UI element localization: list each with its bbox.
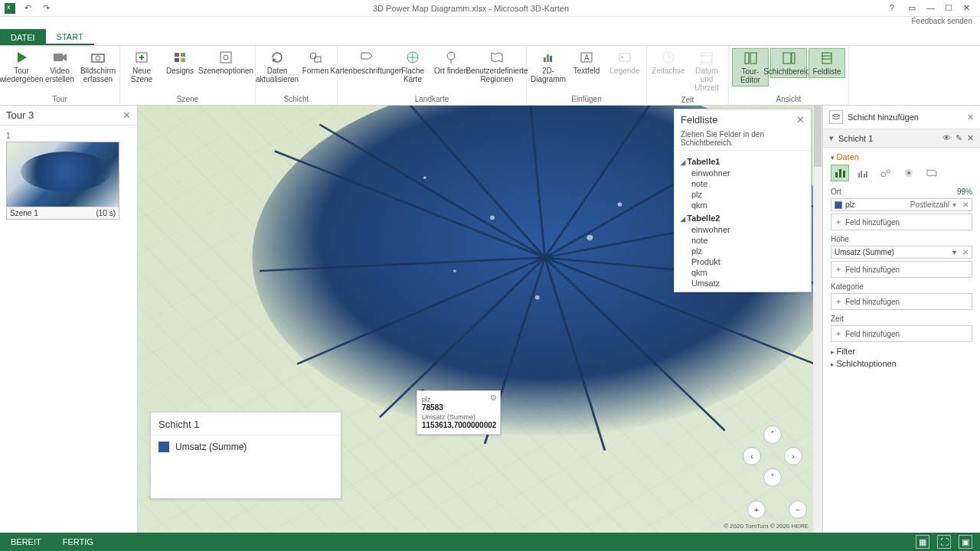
zoom-in-button[interactable]: +: [747, 500, 766, 519]
fieldlist-toggle[interactable]: Feldliste: [808, 48, 845, 78]
ribbon: Tour wiedergeben Video erstellen Bildsch…: [0, 46, 980, 106]
zoom-out-button[interactable]: −: [789, 500, 807, 519]
shapes-icon: [308, 50, 323, 65]
svg-rect-26: [621, 56, 623, 58]
help-icon[interactable]: ?: [890, 3, 900, 14]
group-view-label: Ansicht: [729, 95, 848, 105]
scene-options-button[interactable]: Szenenoptionen: [200, 48, 252, 77]
charttype-bubble[interactable]: [877, 165, 895, 181]
close-icon[interactable]: ✕: [963, 3, 974, 14]
fieldlist-panel[interactable]: Feldliste ✕ Ziehen Sie Felder in den Sch…: [674, 109, 812, 292]
layer-pane-toggle[interactable]: Schichtbereich: [770, 48, 807, 78]
svg-point-15: [310, 53, 316, 59]
svg-rect-61: [835, 172, 838, 178]
fieldlist-field[interactable]: einwohner: [681, 224, 805, 235]
maximize-icon[interactable]: ☐: [945, 3, 956, 14]
fieldlist-table-name[interactable]: Tabelle1: [681, 157, 805, 166]
view-normal-icon[interactable]: ▦: [916, 535, 929, 549]
2d-chart-button[interactable]: 2D-Diagramm: [530, 48, 567, 85]
find-location-button[interactable]: Ort finden: [433, 48, 469, 77]
map-scrollbar-vertical[interactable]: [813, 106, 822, 533]
capture-screen-button[interactable]: Bildschirm erfassen: [80, 48, 116, 85]
designs-button[interactable]: Designs: [162, 48, 198, 77]
map-canvas[interactable]: Schicht 1 Umsatz (Summe) ↖ ⚙ plz 78583 U…: [138, 106, 822, 533]
tour-pane-close-icon[interactable]: ✕: [122, 109, 131, 121]
fieldlist-field[interactable]: plz: [681, 246, 805, 256]
refresh-data-button[interactable]: Daten aktualisieren: [259, 48, 296, 85]
layer-rename-icon[interactable]: ✎: [956, 133, 962, 143]
editor-icon: [743, 51, 758, 66]
datetime-button: Datum und Uhrzeit: [688, 48, 725, 93]
legend-card[interactable]: Schicht 1 Umsatz (Summe): [150, 412, 341, 499]
scene-thumbnail[interactable]: Szene 1 (10 s): [6, 142, 119, 220]
ribbon-toggle-icon[interactable]: ▭: [908, 3, 919, 14]
remove-field-icon[interactable]: ✕: [962, 248, 969, 256]
new-scene-button[interactable]: Neue Szene: [123, 48, 160, 85]
map-labels-button[interactable]: Kartenbeschriftungen: [341, 48, 393, 77]
svg-point-55: [490, 216, 495, 220]
undo-icon[interactable]: ↶: [21, 2, 34, 15]
layer-delete-icon[interactable]: ✕: [967, 133, 974, 143]
hoehe-add-field[interactable]: ＋Feld hinzufügen: [831, 261, 972, 278]
view-grid-icon[interactable]: ▣: [959, 535, 972, 549]
fieldlist-table-name[interactable]: Tabelle2: [681, 214, 805, 223]
charttype-column[interactable]: [831, 165, 849, 181]
shapes-button[interactable]: Formen: [297, 48, 334, 77]
chevron-down-icon[interactable]: ▾: [952, 248, 956, 256]
fieldlist-field[interactable]: note: [681, 235, 805, 246]
section-filter[interactable]: Filter: [831, 347, 972, 356]
feedback-link[interactable]: Feedback senden: [0, 17, 980, 29]
fieldlist-field[interactable]: Umsatz: [681, 278, 805, 289]
fieldlist-field[interactable]: plz: [681, 189, 805, 200]
svg-rect-33: [750, 53, 756, 64]
textfield-button[interactable]: ATextfeld: [568, 48, 605, 77]
minimize-icon[interactable]: —: [926, 3, 937, 14]
play-tour-button[interactable]: Tour wiedergeben: [3, 48, 40, 85]
redo-icon[interactable]: ↷: [40, 2, 52, 15]
ort-add-field[interactable]: ＋Feld hinzufügen: [831, 214, 972, 230]
chart-icon: [541, 50, 556, 65]
kategorie-add-field[interactable]: ＋Feld hinzufügen: [831, 293, 972, 310]
fieldlist-field[interactable]: note: [681, 178, 805, 189]
layer-name[interactable]: Schicht 1: [838, 134, 873, 143]
scene-name: Szene 1: [10, 209, 38, 217]
charttype-clustered[interactable]: [854, 165, 872, 181]
fieldlist-field[interactable]: einwohner: [681, 168, 805, 178]
remove-field-icon[interactable]: ✕: [962, 201, 969, 209]
ort-field-type[interactable]: Postleitzahl: [910, 201, 949, 209]
legend-series-label: Umsatz (Summe): [175, 442, 247, 452]
regions-icon: [489, 50, 505, 65]
tab-file[interactable]: DATEI: [0, 29, 46, 45]
section-data[interactable]: Daten: [831, 152, 972, 161]
fieldlist-field[interactable]: Produkt: [681, 256, 805, 267]
section-layeropts[interactable]: Schichtoptionen: [831, 359, 972, 368]
layer-visible-icon[interactable]: 👁: [942, 133, 951, 143]
fieldlist-close-icon[interactable]: ✕: [796, 114, 805, 126]
tilt-up-button[interactable]: ˄: [763, 425, 782, 444]
tilt-down-button[interactable]: ˅: [763, 468, 782, 487]
svg-point-57: [535, 295, 540, 299]
fieldlist-field[interactable]: qkm: [681, 267, 805, 278]
tab-start[interactable]: START: [46, 29, 94, 45]
ort-pct[interactable]: 99%: [957, 187, 972, 196]
fieldlist-field[interactable]: qkm: [681, 200, 805, 210]
add-layer-button[interactable]: Schicht hinzufügen: [848, 112, 919, 122]
custom-regions-button[interactable]: Benutzerdefinierte Regionen: [471, 48, 523, 85]
tooltip-field2-value: 1153613,7000000002: [422, 421, 495, 429]
ort-field-pill[interactable]: plz Postleitzahl ▾ ✕: [831, 198, 972, 211]
create-video-button[interactable]: Video erstellen: [41, 48, 78, 85]
chevron-down-icon[interactable]: ▾: [952, 201, 956, 209]
charttype-region[interactable]: [923, 165, 941, 181]
layer-panel-close-icon[interactable]: ✕: [967, 112, 974, 122]
zeit-add-field[interactable]: ＋Feld hinzufügen: [831, 325, 972, 342]
flat-map-button[interactable]: Flache Karte: [394, 48, 431, 85]
hoehe-field-pill[interactable]: Umsatz (Summe) ▾ ✕: [831, 246, 972, 259]
legend-button[interactable]: Legende: [606, 48, 643, 77]
charttype-heat[interactable]: [900, 165, 918, 181]
view-full-icon[interactable]: ⛶: [937, 535, 951, 549]
video-icon: [52, 50, 67, 65]
tooltip-gear-icon[interactable]: ⚙: [490, 393, 497, 402]
rotate-right-button[interactable]: ›: [784, 447, 802, 465]
svg-rect-22: [550, 56, 552, 62]
rotate-left-button[interactable]: ‹: [743, 447, 761, 465]
